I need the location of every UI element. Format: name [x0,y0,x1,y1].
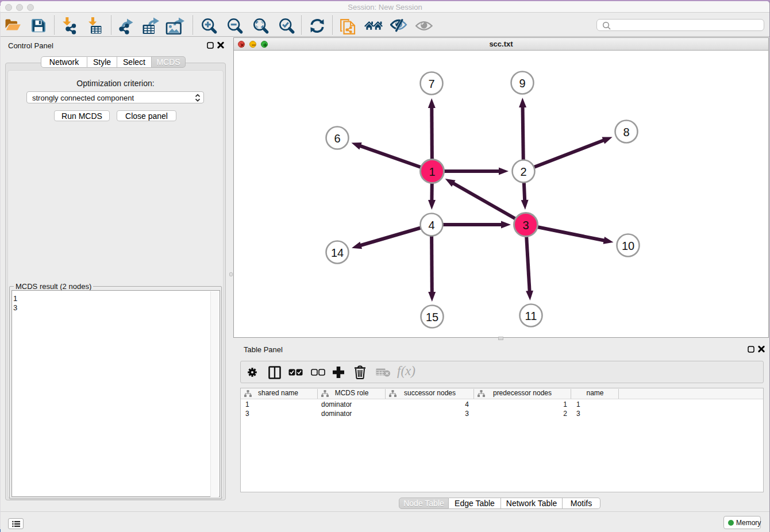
svg-text:8: 8 [623,126,629,138]
svg-text:14: 14 [331,246,344,259]
svg-text:1: 1 [429,165,435,178]
svg-text:7: 7 [428,78,434,90]
svg-text:9: 9 [519,77,525,90]
svg-text:4: 4 [428,219,434,232]
svg-text:3: 3 [522,219,529,232]
svg-text:11: 11 [525,310,537,322]
svg-text:2: 2 [520,165,526,178]
svg-text:15: 15 [426,311,438,323]
svg-text:6: 6 [334,132,340,145]
svg-text:10: 10 [622,240,634,252]
